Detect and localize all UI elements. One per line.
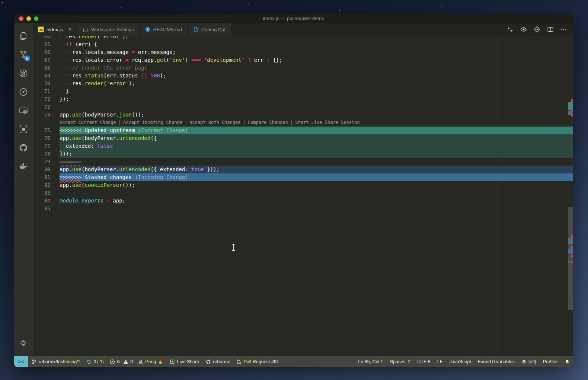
status-live-share[interactable]: Live Share — [166, 356, 202, 367]
status-notifications[interactable] — [561, 356, 573, 367]
code-line[interactable]: 75<<<<<<<·Updated·upstream (Current Chan… — [33, 127, 573, 134]
code-line[interactable]: 70····res.render('error'); — [33, 80, 573, 87]
code-line[interactable]: 65··if (err) { — [33, 41, 573, 48]
status-sync-status[interactable]: 0↓ 1↑ — [83, 356, 108, 367]
remote-screen-icon[interactable] — [14, 102, 33, 119]
line-number: 79 — [33, 158, 60, 166]
code-line[interactable]: 68····// render the error page — [33, 64, 573, 72]
window-titlebar[interactable]: index.js — pullrequest-demo — [14, 14, 573, 23]
codelens-action-accept-current-change[interactable]: Accept Current Change — [60, 119, 116, 127]
js-badge-icon: JS — [38, 26, 44, 32]
tab-workspace-settings[interactable]: {..}Workspace Settings — [77, 23, 139, 36]
status-found-variables[interactable]: Found 0 variables — [474, 356, 518, 367]
status-problems-errors[interactable]: 6 — [108, 356, 121, 367]
status-label: 0 — [130, 359, 133, 364]
more-actions-icon[interactable] — [560, 26, 567, 33]
minimize-window-button[interactable] — [26, 16, 31, 21]
code-line[interactable]: 84module.exports = app; — [33, 197, 573, 205]
tab-label: Coding Cat — [201, 27, 226, 32]
medal-icon — [158, 359, 163, 364]
tab-coding-cat[interactable]: Coding Cat — [188, 23, 231, 36]
code-line[interactable]: 85 — [33, 205, 573, 213]
code-line[interactable]: 77··extended: false — [33, 142, 573, 150]
desktop-background: index.js — pullrequest-demo 5 JSindex.js… — [0, 0, 588, 380]
code-line[interactable]: 74app.use(bodyParser.json()); — [33, 111, 573, 119]
tab-bar: JSindex.js×{..}Workspace SettingsiREADME… — [33, 23, 573, 36]
editor[interactable]: 64··res.render('error');65··if (err) {66… — [33, 36, 573, 356]
open-changes-icon[interactable] — [534, 26, 540, 33]
search-mark — [568, 249, 573, 253]
code-text: ··res.render('error'); — [60, 36, 573, 41]
status-pull-request[interactable]: Pull Request #61 — [233, 356, 282, 367]
status-github-account[interactable]: rebornix — [202, 356, 233, 367]
synchronize-changes-icon[interactable] — [507, 26, 514, 33]
desktop-stars — [2, 2, 3, 3]
line-number: 71 — [33, 87, 60, 95]
code-line[interactable]: 81>>>>>>>·Stashed·changes (Incoming Chan… — [33, 173, 573, 181]
line-number: 66 — [33, 48, 60, 56]
status-indentation[interactable]: Spaces: 2 — [387, 356, 414, 367]
tab-readme-md[interactable]: iREADME.md — [140, 23, 188, 36]
overview-ruler[interactable] — [568, 36, 573, 356]
code-line[interactable]: 83 — [33, 189, 573, 197]
code-line[interactable]: 80app.use(bodyParser.urlencoded({ extend… — [33, 166, 573, 173]
code-line[interactable]: 67····res.locals.error = req.app.get('en… — [33, 56, 573, 64]
line-number: 69 — [33, 72, 60, 80]
code-line[interactable]: 73 — [33, 103, 573, 111]
status-cursor-position[interactable]: Ln 85, Col 1 — [355, 356, 386, 367]
open-preview-icon[interactable] — [520, 26, 527, 33]
scrollbar-slider[interactable] — [568, 207, 573, 310]
line-number: 65 — [33, 41, 60, 48]
gauge-icon[interactable] — [14, 83, 33, 100]
debug-disabled-icon[interactable] — [14, 65, 33, 82]
error-mark — [571, 235, 573, 238]
status-highlight-toggle[interactable]: [off] — [518, 356, 540, 367]
activity-bar: 5 — [14, 23, 33, 356]
extension-frame-icon[interactable] — [14, 121, 33, 138]
status-problems-warnings[interactable]: 0 — [121, 356, 135, 367]
status-language-mode[interactable]: JavaScript — [446, 356, 474, 367]
error-mark — [571, 255, 573, 257]
close-tab-icon[interactable]: × — [68, 27, 71, 32]
status-remote-indicator[interactable]: >< — [14, 356, 28, 367]
codelens-separator: | — [290, 119, 293, 127]
github-icon[interactable] — [14, 139, 33, 156]
line-number: 68 — [33, 64, 60, 72]
octocat-icon — [206, 359, 211, 364]
status-account[interactable]: Peng — [135, 356, 166, 367]
source-control-icon[interactable]: 5 — [14, 46, 33, 63]
code-text: app.use(cookieParser()); — [60, 181, 573, 189]
status-prettier[interactable]: Prettier — [540, 356, 561, 367]
code-line[interactable]: 71··} — [33, 87, 573, 95]
code-text: app.use(bodyParser.urlencoded({ extended… — [60, 166, 573, 173]
sync-icon — [86, 359, 92, 364]
manage-gear-icon[interactable] — [14, 335, 33, 352]
explorer-icon[interactable] — [14, 28, 33, 45]
search-mark — [568, 238, 573, 244]
code-line[interactable]: 82app.use(cookieParser()); — [33, 181, 573, 189]
codelens-action-start-live-share-session[interactable]: Start Live Share Session — [295, 119, 359, 127]
code-line[interactable]: 72}); — [33, 95, 573, 103]
code-line[interactable]: 76app.use(bodyParser.urlencoded({ — [33, 134, 573, 142]
code-line[interactable]: 78})); — [33, 150, 573, 158]
status-label: >< — [18, 359, 24, 364]
codelens-action-accept-incoming-change[interactable]: Accept Incoming Change — [123, 119, 182, 127]
close-window-button[interactable] — [19, 16, 23, 21]
code-line[interactable]: 64··res.render('error'); — [33, 36, 573, 41]
code-line[interactable]: 69····res.status(err.status || 500); — [33, 72, 573, 80]
codelens-action-compare-changes[interactable]: Compare Changes — [248, 119, 288, 127]
docker-icon[interactable] — [14, 158, 33, 175]
status-encoding[interactable]: UTF-8 — [414, 356, 434, 367]
split-editor-icon[interactable] — [547, 26, 554, 33]
source-control-badge: 5 — [24, 55, 30, 61]
status-eol[interactable]: LF — [434, 356, 446, 367]
pr-icon — [236, 359, 242, 364]
status-git-branch[interactable]: rebornix/testtiming*! — [28, 356, 83, 367]
code-line[interactable]: 79======= — [33, 158, 573, 166]
zoom-window-button[interactable] — [34, 16, 38, 21]
code-line[interactable]: 66····res.locals.message = err.message; — [33, 48, 573, 56]
vscode-window: index.js — pullrequest-demo 5 JSindex.js… — [14, 14, 573, 367]
code-text — [60, 103, 573, 111]
tab-index-js[interactable]: JSindex.js× — [33, 23, 77, 36]
codelens-action-accept-both-changes[interactable]: Accept Both Changes — [189, 119, 240, 127]
